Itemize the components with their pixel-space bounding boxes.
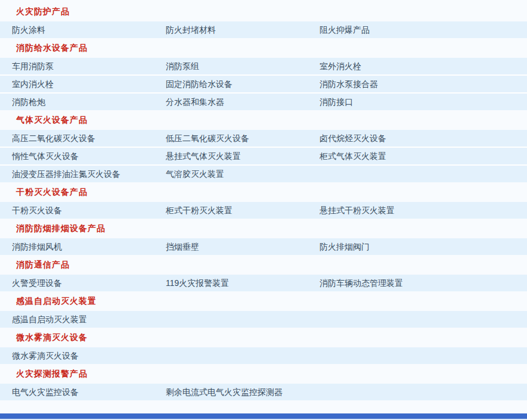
category-header-row: 消防给水设备产品: [0, 38, 527, 58]
category-items: 高压二氧化碳灭火设备低压二氧化碳灭火设备卤代烷烃灭火设备惰性气体灭火设备悬挂式气…: [0, 130, 527, 182]
category-header-row: 干粉灭火设备产品: [0, 182, 527, 202]
category-header-row: 火灾探测报警产品: [0, 364, 527, 384]
item-cell: 气溶胶灭火装置: [166, 169, 320, 180]
item-cell: 分水器和集水器: [166, 97, 320, 108]
category-title-link[interactable]: 气体灭火设备产品: [16, 115, 88, 126]
product-category-link[interactable]: 干粉灭火设备: [12, 206, 62, 215]
item-cell: 微水雾滴灭火设备: [12, 350, 166, 362]
item-cell: 油浸变压器排油注氮灭火设备: [12, 169, 166, 180]
category-items: 车用消防泵消防泵组室外消火栓室内消火栓固定消防给水设备消防水泵接合器消防枪炮分水…: [0, 58, 527, 110]
item-cell: 消防泵组: [166, 61, 320, 72]
item-cell: 消防排烟风机: [12, 241, 166, 253]
product-category-link[interactable]: 火警受理设备: [12, 278, 62, 288]
product-category-link[interactable]: 防火排烟阀门: [320, 242, 370, 251]
product-category-link[interactable]: 消防泵组: [166, 61, 199, 71]
item-row: 高压二氧化碳灭火设备低压二氧化碳灭火设备卤代烷烃灭火设备: [0, 130, 527, 147]
product-category-link[interactable]: 油浸变压器排油注氮灭火设备: [12, 169, 120, 179]
product-category-link[interactable]: 分水器和集水器: [166, 97, 224, 107]
item-cell: 防火涂料: [12, 24, 166, 36]
category-section: 干粉灭火设备产品干粉灭火设备柜式干粉灭火装置悬挂式干粉灭火装置: [0, 182, 527, 219]
category-title-link[interactable]: 干粉灭火设备产品: [16, 187, 88, 198]
product-catalog: 火灾防护产品防火涂料防火封堵材料阻火抑爆产品消防给水设备产品车用消防泵消防泵组室…: [0, 0, 527, 400]
product-category-link[interactable]: 消防车辆动态管理装置: [320, 278, 403, 288]
item-cell: 卤代烷烃灭火设备: [320, 133, 473, 144]
product-category-link[interactable]: 挡烟垂壁: [166, 242, 199, 251]
product-category-link[interactable]: 惰性气体灭火设备: [12, 151, 79, 161]
product-category-link[interactable]: 消防排烟风机: [12, 242, 62, 251]
product-category-link[interactable]: 柜式气体灭火装置: [320, 151, 386, 161]
product-category-page: 火灾防护产品防火涂料防火封堵材料阻火抑爆产品消防给水设备产品车用消防泵消防泵组室…: [0, 0, 527, 420]
product-category-link[interactable]: 消防水泵接合器: [320, 79, 378, 89]
category-items: 干粉灭火设备柜式干粉灭火装置悬挂式干粉灭火装置: [0, 202, 527, 219]
category-section: 火灾防护产品防火涂料防火封堵材料阻火抑爆产品: [0, 2, 527, 38]
product-category-link[interactable]: 室内消火栓: [12, 79, 54, 89]
category-header-row: 微水雾滴灭火设备: [0, 328, 527, 347]
item-cell: 消防水泵接合器: [320, 79, 473, 90]
product-category-link[interactable]: 防火封堵材料: [166, 25, 216, 35]
product-category-link[interactable]: 微水雾滴灭火设备: [12, 351, 79, 360]
footer-bar: [0, 413, 527, 419]
item-cell: 消防车辆动态管理装置: [320, 278, 473, 289]
product-category-link[interactable]: 高压二氧化碳灭火设备: [12, 133, 95, 143]
item-cell: 低压二氧化碳灭火设备: [166, 133, 320, 144]
category-section: 消防通信产品火警受理设备119火灾报警装置消防车辆动态管理装置: [0, 255, 527, 291]
item-row: 消防排烟风机挡烟垂壁防火排烟阀门: [0, 238, 527, 255]
product-category-link[interactable]: 悬挂式干粉灭火装置: [320, 206, 395, 215]
product-category-link[interactable]: 固定消防给水设备: [166, 79, 232, 89]
product-category-link[interactable]: 阻火抑爆产品: [320, 25, 370, 35]
item-cell: 悬挂式气体灭火装置: [166, 151, 320, 162]
item-cell: 防火封堵材料: [166, 24, 320, 36]
category-title-link[interactable]: 火灾探测报警产品: [16, 369, 88, 379]
product-category-link[interactable]: 剩余电流式电气火灾监控探测器: [166, 387, 283, 397]
item-cell: 感温自启动灭火装置: [12, 314, 166, 325]
category-header-row: 火灾防护产品: [0, 2, 527, 21]
product-category-link[interactable]: 防火涂料: [12, 25, 45, 35]
item-row: 防火涂料防火封堵材料阻火抑爆产品: [0, 21, 527, 38]
item-row: 惰性气体灭火设备悬挂式气体灭火装置柜式气体灭火装置: [0, 148, 527, 164]
item-row: 油浸变压器排油注氮灭火设备气溶胶灭火装置: [0, 166, 527, 182]
category-section: 气体灭火设备产品高压二氧化碳灭火设备低压二氧化碳灭火设备卤代烷烃灭火设备惰性气体…: [0, 110, 527, 182]
category-items: 消防排烟风机挡烟垂壁防火排烟阀门: [0, 238, 527, 255]
item-row: 微水雾滴灭火设备: [0, 347, 527, 364]
category-title-link[interactable]: 消防通信产品: [16, 260, 70, 270]
category-section: 消防防烟排烟设备产品消防排烟风机挡烟垂壁防火排烟阀门: [0, 219, 527, 255]
category-title-link[interactable]: 消防防烟排烟设备产品: [16, 223, 106, 234]
product-category-link[interactable]: 卤代烷烃灭火设备: [320, 133, 386, 143]
category-title-link[interactable]: 消防给水设备产品: [16, 43, 88, 54]
category-items: 火警受理设备119火灾报警装置消防车辆动态管理装置: [0, 275, 527, 291]
category-items: 电气火灾监控设备剩余电流式电气火灾监控探测器: [0, 384, 527, 400]
item-cell: 火警受理设备: [12, 278, 166, 289]
category-header-row: 气体灭火设备产品: [0, 110, 527, 130]
product-category-link[interactable]: 感温自启动灭火装置: [12, 315, 87, 324]
category-title-link[interactable]: 微水雾滴灭火设备: [16, 332, 88, 343]
item-cell: 惰性气体灭火设备: [12, 151, 166, 162]
category-section: 微水雾滴灭火设备微水雾滴灭火设备: [0, 328, 527, 364]
item-cell: 室外消火栓: [320, 61, 473, 72]
item-cell: 防火排烟阀门: [320, 241, 473, 253]
product-category-link[interactable]: 消防枪炮: [12, 97, 45, 107]
item-row: 室内消火栓固定消防给水设备消防水泵接合器: [0, 76, 527, 92]
item-cell: 固定消防给水设备: [166, 79, 320, 90]
item-cell: 室内消火栓: [12, 79, 166, 90]
category-title-link[interactable]: 感温自启动灭火装置: [16, 296, 97, 307]
product-category-link[interactable]: 消防接口: [320, 97, 353, 107]
item-row: 干粉灭火设备柜式干粉灭火装置悬挂式干粉灭火装置: [0, 202, 527, 219]
item-cell: 柜式干粉灭火装置: [166, 205, 320, 216]
category-header-row: 消防通信产品: [0, 255, 527, 275]
product-category-link[interactable]: 车用消防泵: [12, 61, 54, 71]
category-title-link[interactable]: 火灾防护产品: [16, 7, 70, 17]
product-category-link[interactable]: 电气火灾监控设备: [12, 387, 79, 397]
category-section: 感温自启动灭火装置感温自启动灭火装置: [0, 291, 527, 328]
product-category-link[interactable]: 气溶胶灭火装置: [166, 169, 224, 179]
item-cell: 悬挂式干粉灭火装置: [320, 205, 473, 216]
product-category-link[interactable]: 低压二氧化碳灭火设备: [166, 133, 249, 143]
item-cell: 车用消防泵: [12, 61, 166, 72]
item-cell: 消防枪炮: [12, 97, 166, 108]
product-category-link[interactable]: 119火灾报警装置: [166, 278, 229, 288]
category-header-row: 感温自启动灭火装置: [0, 291, 527, 311]
product-category-link[interactable]: 柜式干粉灭火装置: [166, 206, 232, 215]
product-category-link[interactable]: 室外消火栓: [320, 61, 361, 71]
item-cell: 柜式气体灭火装置: [320, 151, 473, 162]
item-cell: 剩余电流式电气火灾监控探测器: [166, 387, 320, 398]
product-category-link[interactable]: 悬挂式气体灭火装置: [166, 151, 241, 161]
